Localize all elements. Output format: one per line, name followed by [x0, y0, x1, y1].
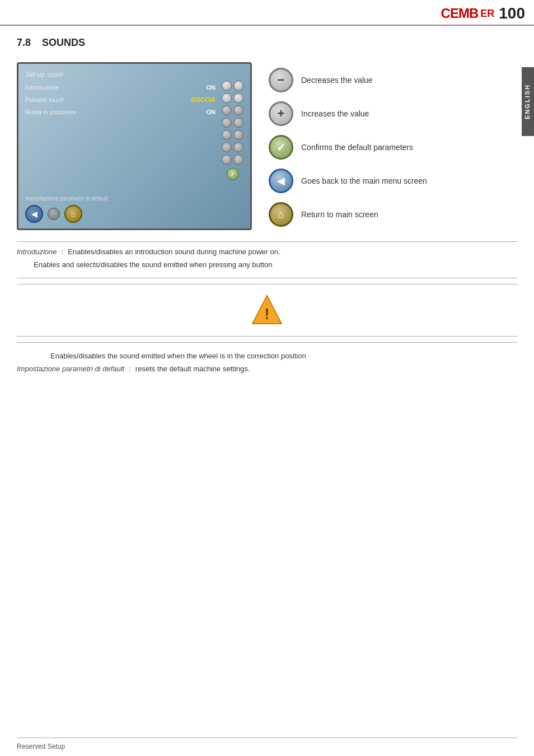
ctrl-pair-4	[222, 118, 243, 128]
ctrl-pair-1	[222, 81, 243, 91]
main-content: 7.8 SOUNDS Set-up suoni Introduzione ON …	[0, 26, 534, 393]
desc-pulsanti-text: Enables and selects/disables the sound e…	[34, 260, 517, 269]
desc-intro-colon: :	[62, 248, 64, 256]
section-number: 7.8	[17, 37, 31, 49]
desc-row-pulsanti: Enables and selects/disables the sound e…	[17, 260, 517, 269]
increase-icon: +	[269, 101, 293, 126]
desc-ruota-text: Enables/disables the sound emitted when …	[50, 352, 517, 360]
divider-1	[17, 241, 517, 242]
screen-bottom: Impostazione parametri di default ◀ ⌂	[25, 195, 243, 223]
warning-icon: !	[250, 293, 284, 327]
section-title: 7.8 SOUNDS	[17, 37, 517, 51]
screen-value-pulsanti: GOCCIA	[191, 96, 216, 103]
ctrl-pair-6	[222, 142, 243, 152]
ctrl-pair-2	[222, 93, 243, 103]
ctrl-btn-minus-5	[222, 130, 232, 140]
logo-100: 100	[499, 4, 525, 22]
screen-controls: ✓	[222, 81, 243, 180]
screen-home-button[interactable]: ⌂	[64, 205, 82, 223]
legend-item-decrease: − Decreases the value	[269, 68, 517, 92]
decrease-icon: −	[269, 68, 293, 92]
top-bar: CEMB ER 100	[0, 0, 534, 26]
logo-cemb: CEMB	[441, 6, 479, 21]
back-icon: ◀	[269, 169, 293, 193]
ctrl-btn-minus-2	[222, 93, 232, 103]
desc-row-ruota: Enables/disables the sound emitted when …	[17, 352, 517, 360]
ctrl-btn-minus-4	[222, 118, 232, 128]
warning-section: !	[17, 284, 517, 337]
home-icon: ⌂	[269, 202, 293, 227]
ctrl-btn-plus-3	[233, 105, 243, 115]
screen-legend-row: Set-up suoni Introduzione ON Pulsanti to…	[17, 62, 517, 230]
screen-bottom-text: Impostazione parametri di default	[25, 195, 243, 202]
desc-default-colon: :	[129, 365, 131, 373]
screen-row-ruota: Ruota in posizione ON	[25, 108, 216, 116]
desc-intro-label: Introduzione	[17, 248, 57, 256]
screen-small-button[interactable]	[48, 208, 60, 220]
ctrl-btn-plus-2	[233, 93, 243, 103]
ctrl-btn-minus-7	[222, 155, 232, 165]
screen-row-intro: Introduzione ON	[25, 83, 216, 92]
side-tab-english: ENGLISH	[522, 67, 534, 136]
legend-item-home: ⌂ Return to main screen	[269, 202, 517, 227]
decrease-label: Decreases the value	[301, 76, 373, 85]
confirm-label: Confirms the default parameters	[301, 143, 413, 152]
logo-area: CEMB ER 100	[441, 4, 525, 22]
screen-value-intro: ON	[207, 84, 216, 91]
footer-text: Reserved Setup	[17, 743, 65, 750]
screen-row-pulsanti: Pulsanti touch GOCCIA	[25, 95, 216, 104]
additional-desc: Enables/disables the sound emitted when …	[17, 352, 517, 373]
ctrl-btn-plus-1	[233, 81, 243, 91]
ctrl-btn-minus-3	[222, 105, 232, 115]
screen-back-button[interactable]: ◀	[25, 205, 43, 223]
ctrl-pair-7	[222, 155, 243, 165]
ctrl-pair-3	[222, 105, 243, 115]
divider-3	[17, 342, 517, 343]
ctrl-btn-plus-6	[233, 142, 243, 152]
legend-item-increase: + Increases the value	[269, 101, 517, 126]
legend-item-confirm: ✓ Confirms the default parameters	[269, 135, 517, 160]
svg-text:!: !	[264, 305, 269, 323]
desc-default-label: Impostazione parametri di default	[17, 365, 124, 373]
desc-default-text: resets the default machine settings.	[135, 365, 517, 373]
legend-item-back: ◀ Goes back to the main menu screen	[269, 169, 517, 193]
desc-row-default: Impostazione parametri di default : rese…	[17, 365, 517, 373]
screen-label-ruota: Ruota in posizione	[25, 109, 76, 115]
screen-label-intro: Introduzione	[25, 84, 59, 91]
desc-section: Introduzione : Enables/disables an intro…	[17, 248, 517, 269]
home-label: Return to main screen	[301, 210, 378, 219]
logo-er: ER	[480, 8, 494, 20]
section-name: SOUNDS	[42, 37, 85, 49]
screen-bottom-buttons: ◀ ⌂	[25, 205, 243, 223]
ctrl-btn-plus-7	[233, 155, 243, 165]
desc-row-intro: Introduzione : Enables/disables an intro…	[17, 248, 517, 256]
screen-title: Set-up suoni	[25, 71, 243, 78]
screen-value-ruota: ON	[207, 109, 216, 115]
divider-2	[17, 278, 517, 278]
machine-screen: Set-up suoni Introduzione ON Pulsanti to…	[17, 62, 252, 230]
ctrl-pair-5	[222, 130, 243, 140]
desc-intro-text: Enables/disables an introduction sound d…	[68, 248, 517, 256]
back-label: Goes back to the main menu screen	[301, 176, 427, 185]
footer: Reserved Setup	[17, 738, 517, 750]
ctrl-btn-plus-5	[233, 130, 243, 140]
ctrl-btn-minus-1	[222, 81, 232, 91]
legend-area: − Decreases the value + Increases the va…	[269, 62, 517, 227]
confirm-icon: ✓	[269, 135, 293, 160]
ctrl-btn-plus-4	[233, 118, 243, 128]
screen-label-pulsanti: Pulsanti touch	[25, 96, 64, 103]
increase-label: Increases the value	[301, 109, 369, 118]
ctrl-btn-minus-6	[222, 142, 232, 152]
